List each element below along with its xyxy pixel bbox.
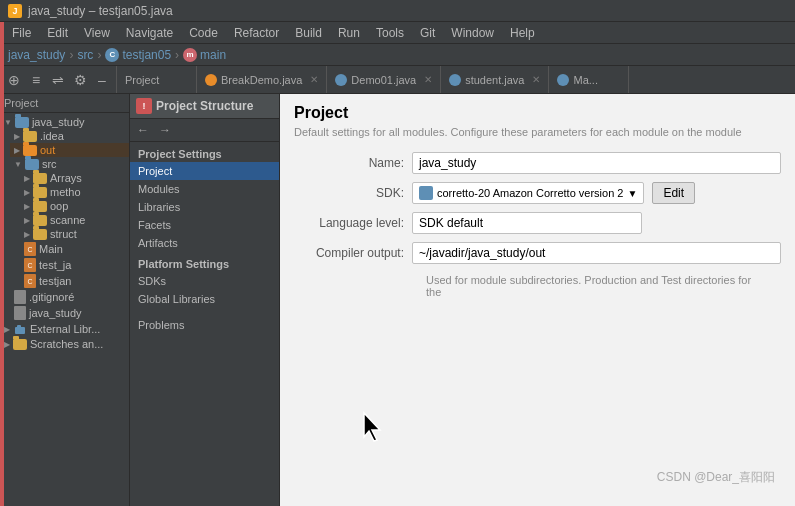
svg-rect-1 — [17, 325, 21, 328]
toolbar-list-icon[interactable]: ≡ — [26, 70, 46, 90]
toolbar-add-icon[interactable]: ⊕ — [4, 70, 24, 90]
sdk-edit-button[interactable]: Edit — [652, 182, 695, 204]
ps-item-sdks[interactable]: SDKs — [130, 272, 279, 290]
watermark: CSDN @Dear_喜阳阳 — [657, 469, 775, 486]
tree-item-main[interactable]: C Main — [20, 241, 129, 257]
tab-project[interactable]: Project — [117, 66, 197, 93]
folder-scanne — [33, 215, 47, 226]
folder-out — [23, 145, 37, 156]
toolbar-minimize-icon[interactable]: – — [92, 70, 112, 90]
tab-breakdemo-close[interactable]: ✕ — [310, 74, 318, 85]
menu-run[interactable]: Run — [330, 24, 368, 42]
input-compiler-output[interactable]: ~/javadir/java_study/out — [412, 242, 781, 264]
breadcrumb-src[interactable]: src — [77, 48, 93, 62]
tab-ma[interactable]: Ma... — [549, 66, 629, 93]
menu-help[interactable]: Help — [502, 24, 543, 42]
tree-item-testjan[interactable]: C testjan — [20, 273, 129, 289]
menu-file[interactable]: File — [4, 24, 39, 42]
tab-breakdemo[interactable]: BreakDemo.java ✕ — [197, 66, 327, 93]
tree-label-struct: struct — [50, 228, 77, 240]
ps-item-problems[interactable]: Problems — [130, 316, 279, 334]
tab-breakdemo-label: BreakDemo.java — [221, 74, 302, 86]
arrow-scanne: ▶ — [24, 216, 30, 225]
menu-git[interactable]: Git — [412, 24, 443, 42]
file-icon-java-study-iml — [14, 306, 26, 320]
tree-item-struct[interactable]: ▶ struct — [20, 227, 129, 241]
form-row-compiler-output: Compiler output: ~/javadir/java_study/ou… — [294, 242, 781, 264]
tree-item-metho[interactable]: ▶ metho — [20, 185, 129, 199]
tree-label-external-libs: External Libr... — [30, 323, 100, 335]
ps-item-modules[interactable]: Modules — [130, 180, 279, 198]
tree-item-external-libs[interactable]: ▶ External Libr... — [0, 321, 129, 337]
tree-item-oop[interactable]: ▶ oop — [20, 199, 129, 213]
tree-item-src[interactable]: ▼ src — [10, 157, 129, 171]
menu-code[interactable]: Code — [181, 24, 226, 42]
toolbar-sync-icon[interactable]: ⇌ — [48, 70, 68, 90]
input-language-level[interactable]: SDK default — [412, 212, 642, 234]
tree-item-scanne[interactable]: ▶ scanne — [20, 213, 129, 227]
arrow-arrays: ▶ — [24, 174, 30, 183]
tab-student-close[interactable]: ✕ — [532, 74, 540, 85]
ps-back-button[interactable]: ← — [134, 121, 152, 139]
label-sdk: SDK: — [294, 186, 404, 200]
arrow-out: ▶ — [14, 146, 20, 155]
tree-item-scratches[interactable]: ▶ Scratches an... — [0, 337, 129, 351]
breadcrumb-main[interactable]: main — [200, 48, 226, 62]
tree-item-test-ja[interactable]: C test_ja — [20, 257, 129, 273]
tree-item-java-study-iml[interactable]: java_study — [10, 305, 129, 321]
ps-item-libraries[interactable]: Libraries — [130, 198, 279, 216]
tree-content[interactable]: ▼ java_study ▶ .idea ▶ out — [0, 113, 129, 506]
menu-edit[interactable]: Edit — [39, 24, 76, 42]
ps-item-project[interactable]: Project — [130, 162, 279, 180]
arrow-metho: ▶ — [24, 188, 30, 197]
tree-item-gitignore[interactable]: .gitignoré — [10, 289, 129, 305]
menu-refactor[interactable]: Refactor — [226, 24, 287, 42]
tree-item-java-study[interactable]: ▼ java_study — [0, 115, 129, 129]
tab-bar: ⊕ ≡ ⇌ ⚙ – Project BreakDemo.java ✕ Demo0… — [0, 66, 795, 94]
menu-navigate[interactable]: Navigate — [118, 24, 181, 42]
folder-java-study — [15, 117, 29, 128]
ps-forward-button[interactable]: → — [156, 121, 174, 139]
menu-view[interactable]: View — [76, 24, 118, 42]
sdk-value: corretto-20 Amazon Corretto version 2 — [437, 187, 623, 199]
label-language-level: Language level: — [294, 216, 404, 230]
tree-item-out[interactable]: ▶ out — [10, 143, 129, 157]
ps-item-artifacts[interactable]: Artifacts — [130, 234, 279, 252]
title-bar: J java_study – testjan05.java — [0, 0, 795, 22]
tree-header: Project — [0, 94, 129, 113]
input-name[interactable]: java_study — [412, 152, 781, 174]
main-content-description: Default settings for all modules. Config… — [280, 126, 795, 148]
tab-demo01-close[interactable]: ✕ — [424, 74, 432, 85]
tree-item-arrays[interactable]: ▶ Arrays — [20, 171, 129, 185]
menu-bar: File Edit View Navigate Code Refactor Bu… — [0, 22, 795, 44]
select-sdk[interactable]: corretto-20 Amazon Corretto version 2 ▼ — [412, 182, 644, 204]
label-name: Name: — [294, 156, 404, 170]
folder-oop — [33, 201, 47, 212]
tab-demo01[interactable]: Demo01.java ✕ — [327, 66, 441, 93]
file-icon-testjan: C — [24, 274, 36, 288]
menu-window[interactable]: Window — [443, 24, 502, 42]
toolbar-settings-icon[interactable]: ⚙ — [70, 70, 90, 90]
menu-build[interactable]: Build — [287, 24, 330, 42]
folder-scratches — [13, 339, 27, 350]
tab-student-icon — [449, 74, 461, 86]
tab-breakdemo-icon — [205, 74, 217, 86]
tree-label-java-study-iml: java_study — [29, 307, 82, 319]
left-accent-bar — [0, 22, 4, 506]
tree-item-idea[interactable]: ▶ .idea — [10, 129, 129, 143]
tab-student[interactable]: student.java ✕ — [441, 66, 549, 93]
ps-item-facets[interactable]: Facets — [130, 216, 279, 234]
app-icon: J — [8, 4, 22, 18]
menu-tools[interactable]: Tools — [368, 24, 412, 42]
project-structure-panel: ! Project Structure ← → Project Settings… — [130, 94, 280, 506]
main-area: Project ▼ java_study ▶ .idea ▶ — [0, 94, 795, 506]
tree-label-idea: .idea — [40, 130, 64, 142]
breadcrumb-testjan[interactable]: testjan05 — [122, 48, 171, 62]
tree-label-gitignore: .gitignoré — [29, 291, 74, 303]
svg-rect-0 — [15, 327, 25, 334]
breadcrumb-java-study[interactable]: java_study — [8, 48, 65, 62]
ps-item-global-libraries[interactable]: Global Libraries — [130, 290, 279, 308]
ps-section-project-settings: Project Settings — [130, 142, 279, 162]
arrow-src: ▼ — [14, 160, 22, 169]
sdk-icon — [419, 186, 433, 200]
